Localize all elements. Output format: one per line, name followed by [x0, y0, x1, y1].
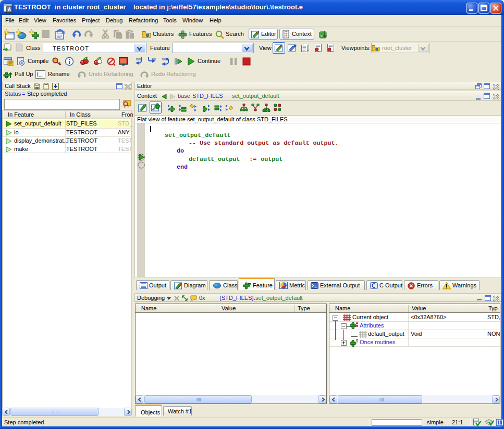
svg-text:I...: I...: [37, 72, 43, 78]
